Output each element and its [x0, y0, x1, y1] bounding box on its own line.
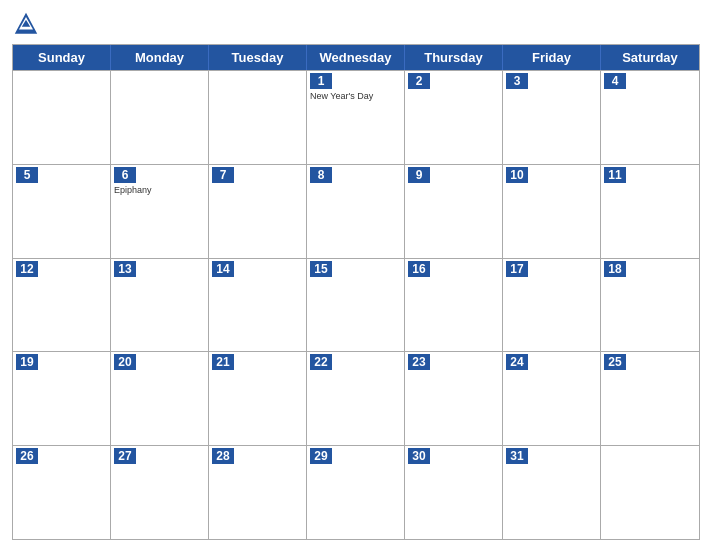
cal-cell: 0 — [601, 446, 699, 539]
week-row-2: 56Epiphany7891011 — [13, 164, 699, 258]
cal-cell: 18 — [601, 259, 699, 352]
date-number: 26 — [16, 448, 38, 464]
date-number: 3 — [506, 73, 528, 89]
date-number: 28 — [212, 448, 234, 464]
cal-cell: 30 — [405, 446, 503, 539]
cal-cell: 8 — [307, 165, 405, 258]
cal-cell: 0 — [111, 71, 209, 164]
cal-cell: 9 — [405, 165, 503, 258]
calendar-event: New Year's Day — [310, 91, 401, 102]
date-number: 14 — [212, 261, 234, 277]
cal-cell: 15 — [307, 259, 405, 352]
week-row-1: 0001New Year's Day234 — [13, 70, 699, 164]
cal-cell: 22 — [307, 352, 405, 445]
cal-cell: 2 — [405, 71, 503, 164]
cal-cell: 12 — [13, 259, 111, 352]
date-number: 10 — [506, 167, 528, 183]
date-number: 6 — [114, 167, 136, 183]
cal-cell: 27 — [111, 446, 209, 539]
cal-cell: 20 — [111, 352, 209, 445]
calendar: SundayMondayTuesdayWednesdayThursdayFrid… — [12, 44, 700, 540]
date-number: 15 — [310, 261, 332, 277]
cal-cell: 16 — [405, 259, 503, 352]
date-number: 13 — [114, 261, 136, 277]
date-number: 22 — [310, 354, 332, 370]
cal-cell: 31 — [503, 446, 601, 539]
cal-cell: 25 — [601, 352, 699, 445]
header — [12, 10, 700, 38]
cal-cell: 4 — [601, 71, 699, 164]
date-number: 24 — [506, 354, 528, 370]
date-number: 2 — [408, 73, 430, 89]
day-header-saturday: Saturday — [601, 45, 699, 70]
cal-cell: 3 — [503, 71, 601, 164]
date-number: 12 — [16, 261, 38, 277]
date-number: 31 — [506, 448, 528, 464]
cal-cell: 26 — [13, 446, 111, 539]
cal-cell: 5 — [13, 165, 111, 258]
day-header-sunday: Sunday — [13, 45, 111, 70]
cal-cell: 6Epiphany — [111, 165, 209, 258]
cal-cell: 21 — [209, 352, 307, 445]
logo — [12, 10, 44, 38]
cal-cell: 10 — [503, 165, 601, 258]
day-header-wednesday: Wednesday — [307, 45, 405, 70]
calendar-event: Epiphany — [114, 185, 205, 196]
day-header-tuesday: Tuesday — [209, 45, 307, 70]
cal-cell: 7 — [209, 165, 307, 258]
date-number: 5 — [16, 167, 38, 183]
date-number: 17 — [506, 261, 528, 277]
cal-cell: 19 — [13, 352, 111, 445]
date-number: 7 — [212, 167, 234, 183]
date-number: 25 — [604, 354, 626, 370]
cal-cell: 0 — [209, 71, 307, 164]
cal-cell: 29 — [307, 446, 405, 539]
week-row-5: 2627282930310 — [13, 445, 699, 539]
cal-cell: 14 — [209, 259, 307, 352]
cal-cell: 11 — [601, 165, 699, 258]
day-header-friday: Friday — [503, 45, 601, 70]
date-number: 21 — [212, 354, 234, 370]
date-number: 9 — [408, 167, 430, 183]
date-number: 4 — [604, 73, 626, 89]
date-number: 27 — [114, 448, 136, 464]
week-row-3: 12131415161718 — [13, 258, 699, 352]
cal-cell: 24 — [503, 352, 601, 445]
calendar-header: SundayMondayTuesdayWednesdayThursdayFrid… — [13, 45, 699, 70]
generalblue-logo-icon — [12, 10, 40, 38]
date-number: 20 — [114, 354, 136, 370]
date-number: 16 — [408, 261, 430, 277]
date-number: 1 — [310, 73, 332, 89]
page: SundayMondayTuesdayWednesdayThursdayFrid… — [0, 0, 712, 550]
day-header-thursday: Thursday — [405, 45, 503, 70]
date-number: 18 — [604, 261, 626, 277]
cal-cell: 17 — [503, 259, 601, 352]
cal-cell: 13 — [111, 259, 209, 352]
cal-cell: 23 — [405, 352, 503, 445]
calendar-body: 0001New Year's Day23456Epiphany789101112… — [13, 70, 699, 539]
cal-cell: 1New Year's Day — [307, 71, 405, 164]
date-number: 19 — [16, 354, 38, 370]
date-number: 29 — [310, 448, 332, 464]
date-number: 23 — [408, 354, 430, 370]
date-number: 11 — [604, 167, 626, 183]
cal-cell: 0 — [13, 71, 111, 164]
date-number: 8 — [310, 167, 332, 183]
day-header-monday: Monday — [111, 45, 209, 70]
week-row-4: 19202122232425 — [13, 351, 699, 445]
date-number: 30 — [408, 448, 430, 464]
cal-cell: 28 — [209, 446, 307, 539]
